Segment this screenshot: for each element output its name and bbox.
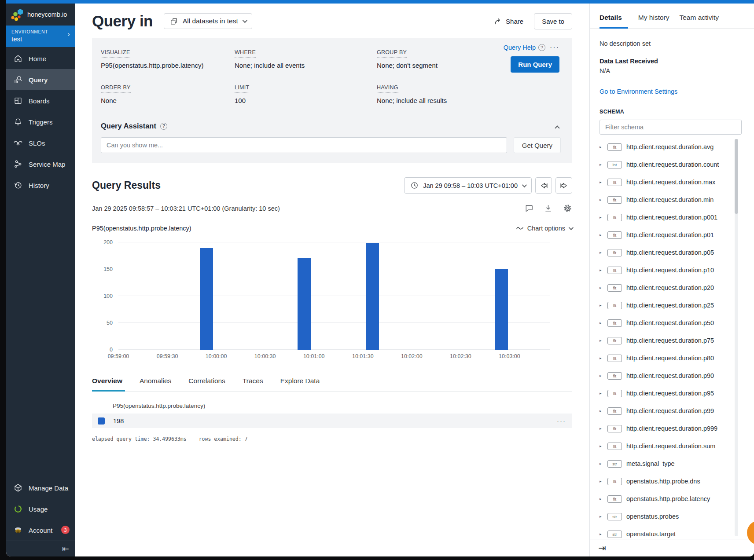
caret-right-icon[interactable]: ▸ bbox=[600, 145, 603, 149]
caret-right-icon[interactable]: ▸ bbox=[600, 461, 603, 466]
builder-clause-group-by[interactable]: GROUP BYNone; don't segment bbox=[377, 48, 462, 69]
time-previous-button[interactable] bbox=[535, 177, 552, 194]
schema-field-row[interactable]: ▸inthttp.client.request.duration.count bbox=[600, 156, 731, 173]
time-range-dropdown[interactable]: Jan 29 09:58 – 10:03 UTC+01:00 bbox=[404, 177, 532, 194]
sidebar-item-boards[interactable]: Boards bbox=[6, 90, 75, 111]
settings-button[interactable] bbox=[563, 204, 572, 213]
schema-scrollbar-thumb[interactable] bbox=[735, 139, 738, 214]
collapse-right-icon panel-collapse-button[interactable]: ⇥ bbox=[598, 543, 606, 553]
row-more-options-icon[interactable]: ··· bbox=[557, 417, 566, 425]
tab-correlations[interactable]: Correlations bbox=[188, 377, 228, 392]
schema-field-row[interactable]: ▸fltopenstatus.http.probe.latency bbox=[600, 490, 731, 508]
schema-filter-input[interactable] bbox=[600, 120, 742, 135]
schema-field-row[interactable]: ▸flthttp.client.request.duration.p01 bbox=[600, 226, 731, 244]
caret-right-icon[interactable]: ▸ bbox=[600, 409, 603, 413]
help-icon[interactable]: ? bbox=[160, 123, 167, 130]
schema-field-row[interactable]: ▸flthttp.client.request.duration.avg bbox=[600, 138, 731, 156]
share-button[interactable]: Share bbox=[493, 17, 523, 26]
chart-bar[interactable] bbox=[200, 248, 213, 350]
download-button[interactable] bbox=[544, 204, 553, 213]
sidebar-item-history[interactable]: History bbox=[6, 175, 75, 196]
caret-right-icon[interactable]: ▸ bbox=[600, 426, 603, 431]
schema-field-row[interactable]: ▸flthttp.client.request.duration.p05 bbox=[600, 244, 731, 261]
chart-bar[interactable] bbox=[298, 258, 311, 350]
schema-field-row[interactable]: ▸flthttp.client.request.duration.p99 bbox=[600, 402, 731, 420]
schema-field-row[interactable]: ▸flthttp.client.request.duration.p80 bbox=[600, 349, 731, 367]
caret-right-icon[interactable]: ▸ bbox=[600, 479, 603, 483]
time-next-button[interactable] bbox=[555, 177, 572, 194]
assistant-collapse-button[interactable] bbox=[555, 124, 559, 132]
schema-field-row[interactable]: ▸flthttp.client.request.duration.p95 bbox=[600, 384, 731, 402]
schema-field-row[interactable]: ▸stropenstatus.target bbox=[600, 525, 731, 539]
builder-clause-order-by[interactable]: ORDER BYNone bbox=[101, 83, 235, 104]
builder-clause-having[interactable]: HAVINGNone; include all results bbox=[377, 83, 462, 104]
schema-field-row[interactable]: ▸flthttp.client.request.duration.sum bbox=[600, 437, 731, 455]
tab-overview[interactable]: Overview bbox=[92, 377, 125, 392]
run-query-button[interactable]: Run Query bbox=[511, 56, 559, 73]
caret-right-icon[interactable]: ▸ bbox=[600, 198, 603, 202]
schema-field-row[interactable]: ▸flthttp.client.request.duration.max bbox=[600, 173, 731, 191]
query-help-link[interactable]: Query Help ? bbox=[504, 44, 545, 51]
tab-anomalies[interactable]: Anomalies bbox=[140, 377, 174, 392]
caret-right-icon[interactable]: ▸ bbox=[600, 303, 603, 307]
sidebar-item-slos[interactable]: SLOs bbox=[6, 132, 75, 154]
schema-field-row[interactable]: ▸strmeta.signal_type bbox=[600, 455, 731, 472]
schema-field-row[interactable]: ▸flthttp.client.request.duration.p20 bbox=[600, 279, 731, 296]
caret-right-icon[interactable]: ▸ bbox=[600, 532, 603, 536]
schema-field-row[interactable]: ▸flthttp.client.request.duration.p90 bbox=[600, 367, 731, 384]
result-row[interactable]: 198 ··· bbox=[92, 414, 572, 428]
caret-right-icon[interactable]: ▸ bbox=[600, 514, 603, 519]
schema-field-row[interactable]: ▸fltopenstatus.http.probe.dns bbox=[600, 472, 731, 490]
sidebar-item-usage[interactable]: Usage bbox=[6, 498, 75, 520]
caret-right-icon[interactable]: ▸ bbox=[600, 180, 603, 184]
sidebar-item-account[interactable]: Account3 bbox=[6, 520, 75, 541]
schema-field-row[interactable]: ▸flthttp.client.request.duration.p75 bbox=[600, 332, 731, 349]
tab-traces[interactable]: Traces bbox=[243, 377, 266, 392]
builder-clause-visualize[interactable]: VISUALIZEP95(openstatus.http.probe.laten… bbox=[101, 48, 235, 69]
assistant-input[interactable] bbox=[101, 137, 507, 153]
caret-right-icon[interactable]: ▸ bbox=[600, 285, 603, 290]
schema-field-row[interactable]: ▸flthttp.client.request.duration.p001 bbox=[600, 209, 731, 226]
chart-bar[interactable] bbox=[366, 243, 379, 350]
builder-clause-where[interactable]: WHERENone; include all events bbox=[235, 48, 377, 69]
sidebar-collapse-button[interactable]: ⇤ bbox=[6, 541, 75, 556]
chart-bar[interactable] bbox=[495, 269, 508, 350]
panel-tab-team-activity[interactable]: Team activity bbox=[679, 14, 719, 29]
get-query-button[interactable]: Get Query bbox=[514, 137, 561, 153]
schema-field-row[interactable]: ▸flthttp.client.request.duration.p50 bbox=[600, 314, 731, 332]
schema-field-row[interactable]: ▸stropenstatus.probes bbox=[600, 508, 731, 525]
caret-right-icon[interactable]: ▸ bbox=[600, 250, 603, 255]
sidebar-item-manage-data[interactable]: Manage Data bbox=[6, 477, 75, 498]
sidebar-item-query[interactable]: Query bbox=[6, 69, 75, 90]
schema-field-row[interactable]: ▸flthttp.client.request.duration.p10 bbox=[600, 261, 731, 279]
caret-right-icon[interactable]: ▸ bbox=[600, 497, 603, 501]
caret-right-icon[interactable]: ▸ bbox=[600, 391, 603, 395]
caret-right-icon[interactable]: ▸ bbox=[600, 444, 603, 448]
sidebar-item-service-map[interactable]: Service Map bbox=[6, 154, 75, 175]
environment-settings-link[interactable]: Go to Environment Settings bbox=[600, 88, 742, 95]
caret-right-icon[interactable]: ▸ bbox=[600, 373, 603, 378]
caret-right-icon[interactable]: ▸ bbox=[600, 356, 603, 360]
comment-button[interactable] bbox=[524, 204, 533, 213]
more-options-icon[interactable]: ··· bbox=[550, 44, 559, 51]
schema-field-row[interactable]: ▸flthttp.client.request.duration.p25 bbox=[600, 296, 731, 314]
builder-clause-limit[interactable]: LIMIT100 bbox=[235, 83, 377, 104]
chart-options-button[interactable]: Chart options bbox=[516, 225, 572, 232]
schema-field-row[interactable]: ▸flthttp.client.request.duration.min bbox=[600, 191, 731, 209]
caret-right-icon[interactable]: ▸ bbox=[600, 162, 603, 167]
tab-explore-data[interactable]: Explore Data bbox=[280, 377, 323, 392]
honeycomb-logo[interactable]: honeycomb.io bbox=[6, 4, 75, 26]
caret-right-icon[interactable]: ▸ bbox=[600, 338, 603, 343]
caret-right-icon[interactable]: ▸ bbox=[600, 321, 603, 325]
sidebar-item-home[interactable]: Home bbox=[6, 48, 75, 69]
caret-right-icon[interactable]: ▸ bbox=[600, 215, 603, 220]
panel-tab-my-history[interactable]: My history bbox=[638, 14, 669, 29]
panel-tab-details[interactable]: Details bbox=[600, 14, 628, 29]
sidebar-item-triggers[interactable]: Triggers bbox=[6, 111, 75, 132]
caret-right-icon[interactable]: ▸ bbox=[600, 233, 603, 237]
environment-switcher[interactable]: ENVIRONMENT test › bbox=[6, 26, 75, 47]
caret-right-icon[interactable]: ▸ bbox=[600, 268, 603, 272]
dataset-selector[interactable]: All datasets in test bbox=[164, 13, 252, 29]
schema-field-row[interactable]: ▸flthttp.client.request.duration.p999 bbox=[600, 420, 731, 437]
save-to-button[interactable]: Save to bbox=[534, 13, 572, 29]
